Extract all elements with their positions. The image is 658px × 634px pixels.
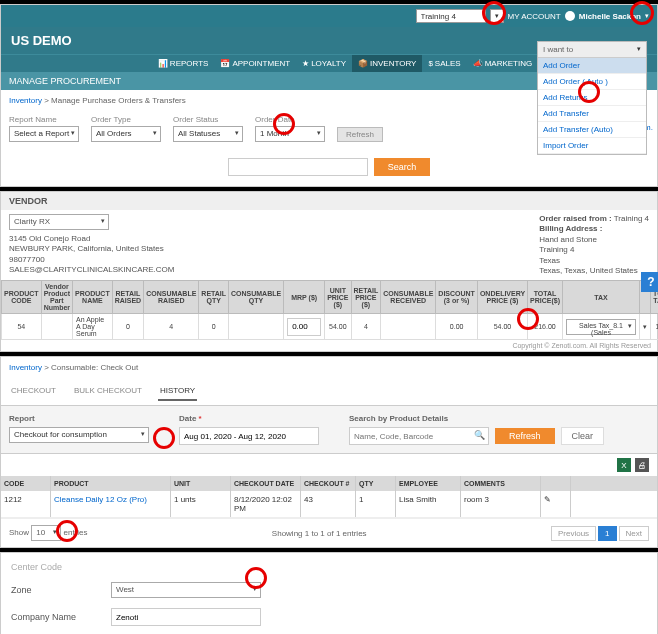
iwant-caret-icon[interactable]: ▾	[637, 45, 641, 54]
refresh-button[interactable]: Refresh	[495, 428, 555, 444]
order-table: PRODUCT CODEVendor Product Part NumberPR…	[1, 280, 658, 340]
order-type-select[interactable]: All Orders	[91, 126, 161, 142]
training-select[interactable]	[416, 9, 486, 23]
table-header-row: PRODUCT CODEVendor Product Part NumberPR…	[2, 281, 659, 314]
mrp-input[interactable]	[287, 318, 321, 336]
entries-select[interactable]: 10	[31, 525, 61, 541]
order-status-select[interactable]: All Statuses	[173, 126, 243, 142]
iwant-add-returns[interactable]: Add Returns	[538, 90, 646, 106]
vendor-header: VENDOR	[1, 192, 657, 210]
header-top: ▾ MY ACCOUNT Michelle Sackon ▾	[1, 5, 657, 27]
vendor-address: 3145 Old Conejo RoadNEWBURY PARK, Califo…	[9, 234, 175, 276]
help-button[interactable]: ?	[641, 272, 658, 292]
nav-marketing[interactable]: 📣 MARKETING	[467, 55, 539, 72]
grid-header: CODEPRODUCTUNITCHECKOUT DATECHECKOUT #QT…	[1, 476, 657, 491]
page-1-button[interactable]: 1	[598, 526, 616, 541]
zone-select[interactable]: West	[111, 582, 261, 598]
date-input[interactable]	[179, 427, 319, 445]
iwant-add-transfer[interactable]: Add Transfer	[538, 106, 646, 122]
prev-button[interactable]: Previous	[551, 526, 596, 541]
copyright: Copyright © Zenoti.com. All Rights Reser…	[1, 340, 657, 351]
bc-inventory-link[interactable]: Inventory	[9, 363, 42, 372]
order-date-select[interactable]: 1 Month	[255, 126, 325, 142]
checkout-history-panel: Inventory > Consumable: Check Out CHECKO…	[0, 356, 658, 548]
nav-sales[interactable]: $ SALES	[422, 55, 466, 72]
company-label: Company Name	[11, 612, 91, 622]
procurement-panel: ▾ MY ACCOUNT Michelle Sackon ▾ US DEMO 📊…	[0, 4, 658, 187]
vendor-select[interactable]: Clarity RX	[9, 214, 109, 230]
i-want-to-dropdown: I want to▾ Add Order Add Order ( Auto ) …	[537, 41, 647, 155]
nav-appointment[interactable]: 📅 APPOINTMENT	[214, 55, 296, 72]
order-date-label: Order Date	[255, 115, 325, 124]
report-select[interactable]: Checkout for consumption	[9, 427, 149, 443]
next-button[interactable]: Next	[619, 526, 649, 541]
report-label: Report	[9, 414, 149, 423]
training-dropdown-button[interactable]: ▾	[490, 9, 504, 23]
product-search-input[interactable]	[349, 427, 489, 445]
print-icon[interactable]: 🖨	[635, 458, 649, 472]
search-button[interactable]: Search	[374, 158, 431, 176]
table-row: 54An Apple A Day Serum04054.0040.0054.00…	[2, 314, 659, 340]
excel-export-icon[interactable]: X	[617, 458, 631, 472]
iwant-add-order[interactable]: Add Order	[538, 58, 646, 74]
iwant-title: I want to	[543, 45, 573, 54]
address-form-panel: Center Code ZoneWest Company Name Addres…	[0, 552, 658, 634]
report-name-label: Report Name	[9, 115, 79, 124]
user-dropdown-icon[interactable]: ▾	[645, 12, 649, 20]
caret-down-icon: ▾	[495, 12, 499, 20]
tab-history[interactable]: HISTORY	[158, 382, 197, 401]
vendor-panel: VENDOR Clarity RX 3145 Old Conejo RoadNE…	[0, 191, 658, 352]
center-code-label: Center Code	[11, 562, 91, 572]
report-name-select[interactable]: Select a Report	[9, 126, 79, 142]
company-input[interactable]	[111, 608, 261, 626]
billing-address: Order raised from : Training 4 Billing A…	[539, 214, 649, 276]
my-account-link[interactable]: MY ACCOUNT	[508, 12, 561, 21]
product-link[interactable]: Cleanse Daily 12 Oz (Pro)	[54, 495, 147, 504]
iwant-add-order-auto[interactable]: Add Order ( Auto )	[538, 74, 646, 90]
refresh-button[interactable]: Refresh	[337, 127, 383, 142]
show-label: Show	[9, 528, 29, 537]
showing-text: Showing 1 to 1 of 1 entries	[272, 529, 367, 538]
user-name[interactable]: Michelle Sackon	[579, 12, 641, 21]
edit-icon[interactable]: ✎	[541, 491, 571, 517]
nav-loyalty[interactable]: ★ LOYALTY	[296, 55, 352, 72]
search-label: Search by Product Details	[349, 414, 604, 423]
date-label: Date	[179, 414, 196, 423]
entries-label: entries	[63, 528, 87, 537]
iwant-import-order[interactable]: Import Order	[538, 138, 646, 154]
clear-button[interactable]: Clear	[561, 427, 605, 445]
iwant-add-transfer-auto[interactable]: Add Transfer (Auto)	[538, 122, 646, 138]
order-type-label: Order Type	[91, 115, 161, 124]
breadcrumb: Inventory > Consumable: Check Out	[1, 357, 657, 378]
tax-select[interactable]: Sales Tax_8.1 (Sales	[566, 319, 636, 335]
zone-label: Zone	[11, 585, 91, 595]
bc-inventory-link[interactable]: Inventory	[9, 96, 42, 105]
nav-reports[interactable]: 📊 REPORTS	[152, 55, 215, 72]
order-status-label: Order Status	[173, 115, 243, 124]
user-avatar-icon	[565, 11, 575, 21]
search-input[interactable]	[228, 158, 368, 176]
tab-bulk-checkout[interactable]: BULK CHECKOUT	[72, 382, 144, 401]
search-icon: 🔍	[474, 430, 485, 440]
grid-row: 1212Cleanse Daily 12 Oz (Pro)1 unts8/12/…	[1, 491, 657, 518]
tab-row: CHECKOUT BULK CHECKOUT HISTORY	[1, 378, 657, 406]
nav-inventory[interactable]: 📦 INVENTORY	[352, 55, 422, 72]
tab-checkout[interactable]: CHECKOUT	[9, 382, 58, 401]
